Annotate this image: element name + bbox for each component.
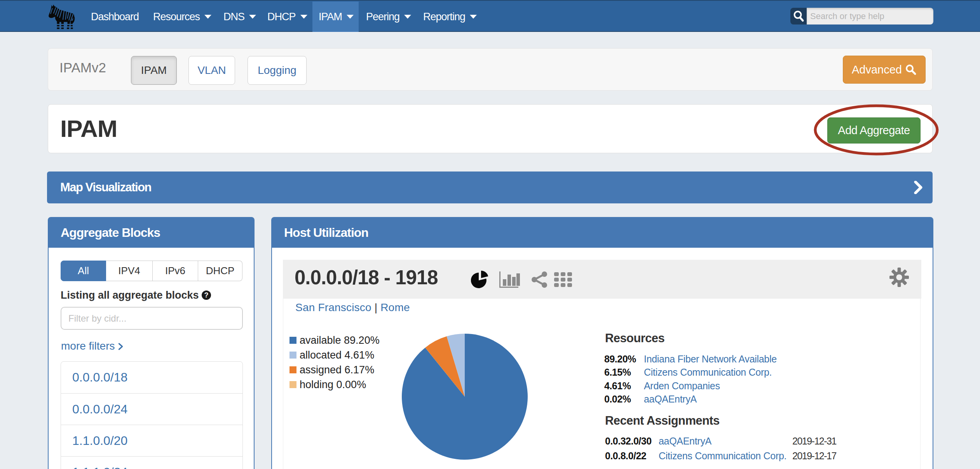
svg-text:?: ? <box>204 291 209 299</box>
